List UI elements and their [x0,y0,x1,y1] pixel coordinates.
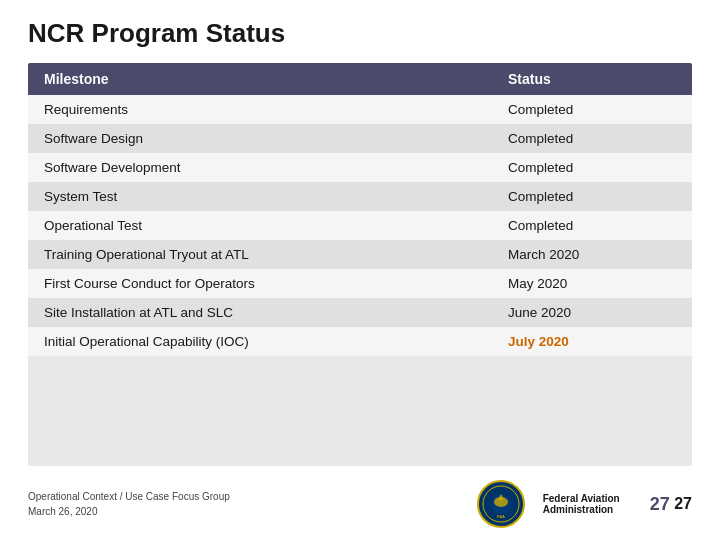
milestone-cell: Training Operational Tryout at ATL [28,240,492,269]
footer: Operational Context / Use Case Focus Gro… [28,476,692,528]
status-cell: July 2020 [492,327,692,356]
footer-seal: FAA [477,480,525,528]
page-total: 27 [674,495,692,513]
milestone-cell: Site Installation at ATL and SLC [28,298,492,327]
milestone-cell: System Test [28,182,492,211]
status-cell: March 2020 [492,240,692,269]
footer-right-block: FAA Federal Aviation Administration 27 2… [477,480,692,528]
table-row: Software DevelopmentCompleted [28,153,692,182]
status-cell: Completed [492,153,692,182]
table-header-row: Milestone Status [28,63,692,95]
page-number: 27 27 [650,494,692,515]
page-current: 27 [650,494,670,515]
status-cell: Completed [492,211,692,240]
org-line1: Federal Aviation [543,493,620,504]
table-row: Initial Operational Capability (IOC)July… [28,327,692,356]
milestone-cell: First Course Conduct for Operators [28,269,492,298]
table-row: Software DesignCompleted [28,124,692,153]
footer-org-name: Federal Aviation Administration [543,493,620,515]
status-cell: Completed [492,95,692,124]
svg-text:FAA: FAA [497,514,505,519]
page-title: NCR Program Status [28,18,692,49]
milestone-cell: Operational Test [28,211,492,240]
milestone-cell: Requirements [28,95,492,124]
table-row: First Course Conduct for OperatorsMay 20… [28,269,692,298]
status-cell: Completed [492,124,692,153]
status-cell: Completed [492,182,692,211]
status-cell: June 2020 [492,298,692,327]
milestone-cell: Software Design [28,124,492,153]
table-body: RequirementsCompletedSoftware DesignComp… [28,95,692,356]
footer-left: Operational Context / Use Case Focus Gro… [28,489,230,519]
col-status-header: Status [492,63,692,95]
status-cell: May 2020 [492,269,692,298]
table-row: Site Installation at ATL and SLCJune 202… [28,298,692,327]
table-row: RequirementsCompleted [28,95,692,124]
milestone-cell: Initial Operational Capability (IOC) [28,327,492,356]
faa-seal-icon: FAA [477,480,525,528]
table-row: Operational TestCompleted [28,211,692,240]
col-milestone-header: Milestone [28,63,492,95]
milestone-cell: Software Development [28,153,492,182]
footer-date: March 26, 2020 [28,504,230,519]
footer-context: Operational Context / Use Case Focus Gro… [28,489,230,504]
status-table: Milestone Status RequirementsCompletedSo… [28,63,692,356]
table-row: Training Operational Tryout at ATLMarch … [28,240,692,269]
org-line2: Administration [543,504,614,515]
status-table-wrapper: Milestone Status RequirementsCompletedSo… [28,63,692,466]
table-row: System TestCompleted [28,182,692,211]
